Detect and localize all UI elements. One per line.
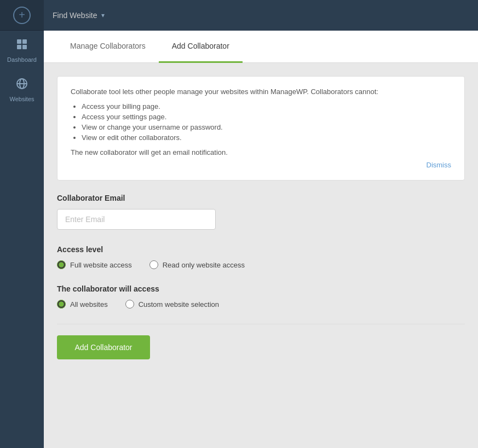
- email-section: Collaborator Email: [57, 194, 465, 230]
- tab-add-collaborator[interactable]: Add Collaborator: [159, 31, 243, 63]
- restriction-4: View or edit other collaborators.: [82, 133, 451, 142]
- restriction-1: Access your billing page.: [82, 102, 451, 110]
- access-level-section: Access level Full website access Read on…: [57, 245, 465, 269]
- add-collaborator-button[interactable]: Add Collaborator: [57, 335, 150, 359]
- info-note: The new collaborator will get an email n…: [71, 148, 451, 156]
- scope-label: The collaborator will access: [57, 284, 465, 293]
- scope-option-all[interactable]: All websites: [57, 300, 108, 309]
- scope-radio-all[interactable]: [57, 300, 66, 309]
- websites-icon: [15, 77, 28, 94]
- info-box: Collaborate tool lets other people manag…: [57, 76, 465, 181]
- access-label-full: Full website access: [70, 261, 132, 269]
- plus-icon: +: [13, 7, 31, 24]
- access-radio-readonly[interactable]: [149, 260, 158, 269]
- info-description: Collaborate tool lets other people manag…: [71, 88, 451, 96]
- website-selector-label: Find Website: [53, 11, 97, 20]
- access-level-label: Access level: [57, 245, 465, 254]
- email-label: Collaborator Email: [57, 194, 465, 202]
- restriction-2: Access your settings page.: [82, 113, 451, 121]
- scope-label-all: All websites: [70, 300, 108, 309]
- access-radio-group: Full website access Read only website ac…: [57, 260, 465, 269]
- dashboard-icon: [15, 38, 28, 54]
- dismiss-container: Dismiss: [71, 161, 451, 169]
- access-label-readonly: Read only website access: [163, 261, 245, 269]
- dismiss-link[interactable]: Dismiss: [427, 161, 452, 169]
- access-radio-full[interactable]: [57, 260, 66, 269]
- sidebar: + Dashboard Websites: [0, 0, 44, 448]
- svg-rect-3: [22, 45, 27, 49]
- scope-option-custom[interactable]: Custom website selection: [125, 300, 219, 309]
- divider: [57, 324, 465, 324]
- access-option-readonly[interactable]: Read only website access: [149, 260, 245, 269]
- sidebar-item-dashboard[interactable]: Dashboard: [0, 31, 44, 70]
- scope-label-custom: Custom website selection: [139, 300, 219, 309]
- main-area: Find Website ▾ Manage Collaborators Add …: [44, 0, 478, 448]
- sidebar-item-websites[interactable]: Websites: [0, 70, 44, 109]
- sidebar-item-websites-label: Websites: [9, 96, 34, 102]
- website-selector[interactable]: Find Website ▾: [53, 11, 105, 20]
- email-input[interactable]: [57, 209, 216, 230]
- access-option-full[interactable]: Full website access: [57, 260, 132, 269]
- restriction-3: View or change your username or password…: [82, 123, 451, 131]
- svg-rect-2: [17, 45, 21, 49]
- svg-rect-0: [17, 39, 21, 44]
- tab-manage-collaborators[interactable]: Manage Collaborators: [57, 31, 159, 63]
- add-button[interactable]: +: [0, 0, 44, 31]
- chevron-down-icon: ▾: [101, 11, 105, 19]
- scope-section: The collaborator will access All website…: [57, 284, 465, 309]
- sidebar-item-dashboard-label: Dashboard: [7, 56, 37, 63]
- scope-radio-group: All websites Custom website selection: [57, 300, 465, 309]
- topbar: Find Website ▾: [44, 0, 478, 31]
- tabs-bar: Manage Collaborators Add Collaborator: [44, 31, 478, 63]
- scope-radio-custom[interactable]: [125, 300, 134, 309]
- content-area: Manage Collaborators Add Collaborator Co…: [44, 31, 478, 448]
- page-content: Collaborate tool lets other people manag…: [44, 63, 478, 373]
- restrictions-list: Access your billing page. Access your se…: [71, 102, 451, 142]
- svg-rect-1: [22, 39, 27, 44]
